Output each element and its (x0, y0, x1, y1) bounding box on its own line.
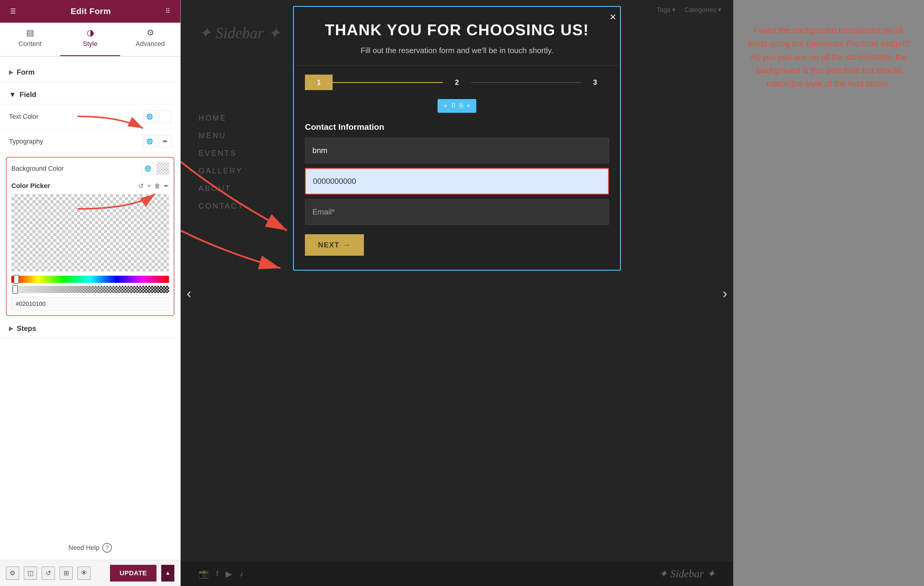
toolbar-add-btn[interactable]: + (444, 102, 447, 110)
color-spectrum-bar[interactable] (12, 276, 169, 283)
responsive-icon-btn[interactable]: ⊞ (59, 566, 73, 580)
field-section-arrow: ▼ (9, 90, 16, 99)
step-divider-2 (471, 82, 581, 83)
tab-content-label: Content (18, 40, 41, 48)
toolbar-delete-btn[interactable]: × (467, 102, 471, 110)
preview-icon-btn[interactable]: 👁 (78, 566, 91, 580)
settings-icon-btn[interactable]: ⚙ (6, 566, 19, 580)
need-help-label: Need Help (69, 544, 99, 552)
style-tab-icon: ◑ (87, 28, 94, 38)
step-1-indicator[interactable]: 1 (305, 74, 333, 90)
text-color-row: Text Color 🌐 (0, 104, 180, 129)
content-tab-icon: ▤ (26, 28, 34, 38)
elementor-section-toolbar: + ⠿ ⎘ × (437, 99, 477, 113)
color-picker-undo-btn[interactable]: ↺ (139, 182, 144, 189)
field-section-header[interactable]: ▼ Field (0, 85, 180, 104)
bg-color-controls: 🌐 (142, 162, 169, 175)
tab-style[interactable]: ◑ Style (60, 23, 120, 56)
color-picker-delete-btn[interactable]: 🗑 (154, 182, 160, 189)
text-color-label: Text Color (9, 113, 38, 121)
typography-global-btn[interactable]: 🌐 (144, 135, 156, 148)
next-button[interactable]: NEXT → (305, 234, 364, 256)
advanced-tab-icon: ⚙ (147, 28, 154, 38)
text-color-controls: 🌐 (144, 110, 172, 123)
field-section-label: Field (20, 90, 36, 99)
spectrum-handle[interactable] (14, 275, 19, 284)
form-section-header[interactable]: ▶ Form (0, 63, 180, 82)
opacity-handle[interactable] (13, 285, 18, 294)
panel-content: ▶ Form ▼ Field Text Color 🌐 (0, 57, 180, 536)
text-color-global-btn[interactable]: 🌐 (144, 110, 156, 123)
help-icon[interactable]: ? (102, 543, 112, 553)
form-modal: × THANK YOU FOR CHOOSING US! Fill out th… (293, 6, 621, 271)
opacity-bar[interactable] (12, 286, 169, 293)
typography-edit-btn[interactable]: ✏ (159, 135, 172, 148)
next-btn-arrow: → (343, 241, 351, 249)
name-field[interactable] (305, 138, 609, 163)
typography-label: Typography (9, 137, 43, 145)
form-steps: 1 2 3 (305, 74, 609, 90)
contact-label: Contact Information (305, 122, 609, 132)
hex-color-input[interactable] (12, 297, 169, 311)
color-picker-gradient-area[interactable] (12, 194, 169, 271)
bg-color-header: Background Color 🌐 (12, 162, 169, 175)
color-picker-title-row: Color Picker ↺ + 🗑 ✒ (12, 180, 169, 194)
email-field[interactable] (305, 199, 609, 225)
toolbar-drag-btn[interactable]: ⠿ (451, 102, 456, 110)
form-section-arrow: ▶ (9, 69, 13, 76)
color-picker-title: Color Picker (12, 182, 50, 190)
steps-section-header[interactable]: ▶ Steps (0, 319, 180, 338)
tab-style-label: Style (83, 40, 97, 48)
modal-subtitle: Fill out the reservation form and we'll … (305, 45, 609, 56)
tabs-row: ▤ Content ◑ Style ⚙ Advanced (0, 23, 180, 57)
typography-row: Typography 🌐 ✏ (0, 129, 180, 154)
bottom-bar: ⚙ ◫ ↺ ⊞ 👁 UPDATE ▲ (0, 560, 180, 586)
hamburger-menu-button[interactable]: ☰ (9, 6, 17, 17)
right-sidebar: I want the background transparent on all… (733, 0, 924, 586)
update-caret-button[interactable]: ▲ (161, 565, 174, 581)
panel-header: ☰ Edit Form ⠿ (0, 0, 180, 23)
color-picker-eyedropper-btn[interactable]: ✒ (164, 182, 169, 189)
steps-section-arrow: ▶ (9, 325, 13, 332)
grid-menu-button[interactable]: ⠿ (164, 6, 172, 17)
right-annotation-text: I want the background transparent on all… (745, 24, 912, 91)
tab-advanced[interactable]: ⚙ Advanced (120, 23, 180, 56)
prev-arrow-button[interactable]: ‹ (186, 285, 191, 301)
color-picker-add-btn[interactable]: + (147, 182, 151, 189)
step-divider-1 (333, 82, 443, 83)
panel-title: Edit Form (71, 7, 111, 16)
modal-overlay: × THANK YOU FOR CHOOSING US! Fill out th… (181, 0, 733, 586)
steps-section-label: Steps (16, 324, 36, 333)
update-button[interactable]: UPDATE (110, 565, 157, 581)
toolbar-copy-btn[interactable]: ⎘ (459, 102, 463, 110)
color-picker-actions: ↺ + 🗑 ✒ (139, 182, 169, 189)
bg-color-swatch[interactable] (157, 162, 169, 175)
modal-body: 1 2 3 + ⠿ ⎘ × Contact Information (293, 66, 621, 271)
step-2-indicator[interactable]: 2 (443, 74, 471, 90)
undo-icon-btn[interactable]: ↺ (42, 566, 55, 580)
field-section: ▼ Field Text Color 🌐 Typography 🌐 (0, 82, 180, 341)
bg-color-section: Background Color 🌐 Color Picker ↺ + 🗑 (6, 157, 174, 316)
typography-controls: 🌐 ✏ (144, 135, 172, 148)
next-arrow-button[interactable]: › (723, 285, 727, 301)
step-3-indicator[interactable]: 3 (581, 74, 609, 90)
center-area: Tags ▾ Categories ▾ ✦ Sidebar ✦ HOME MEN… (181, 0, 733, 586)
need-help-row: Need Help ? (0, 536, 180, 560)
tab-advanced-label: Advanced (135, 40, 165, 48)
bg-color-label: Background Color (12, 165, 64, 172)
layers-icon-btn[interactable]: ◫ (24, 566, 37, 580)
text-color-swatch[interactable] (159, 110, 172, 123)
modal-title: THANK YOU FOR CHOOSING US! (305, 21, 609, 39)
modal-header: THANK YOU FOR CHOOSING US! Fill out the … (293, 6, 621, 66)
modal-close-button[interactable]: × (610, 11, 616, 23)
bg-color-global-btn[interactable]: 🌐 (142, 162, 154, 175)
tab-content[interactable]: ▤ Content (0, 23, 60, 56)
phone-field[interactable] (305, 168, 609, 195)
form-section-label: Form (16, 68, 35, 76)
next-btn-label: NEXT (318, 241, 340, 249)
